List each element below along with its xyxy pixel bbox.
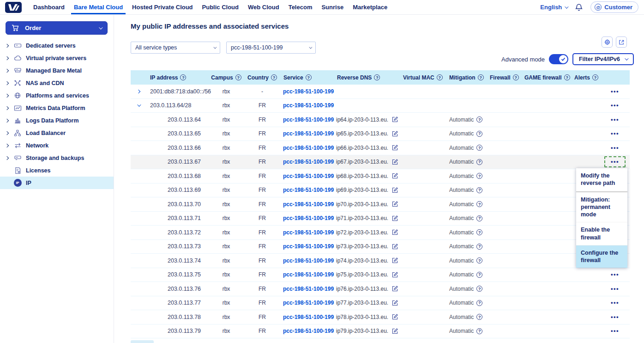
help-icon[interactable]: ?	[476, 286, 482, 292]
sidebar-item-licenses[interactable]: Licenses	[0, 164, 114, 177]
help-icon[interactable]: ?	[306, 74, 312, 80]
row-actions-button[interactable]: •••	[604, 128, 626, 139]
row-actions-button[interactable]: •••	[604, 269, 626, 280]
help-icon[interactable]: ?	[271, 74, 277, 80]
help-icon[interactable]: ?	[476, 215, 482, 221]
sidebar-item-load-balancer[interactable]: Load Balancer	[0, 127, 114, 139]
filter-ip-version-button[interactable]: Filter IPv4/IPv6	[572, 53, 634, 65]
edit-reverse-dns-icon[interactable]	[391, 271, 398, 278]
edit-reverse-dns-icon[interactable]	[391, 285, 398, 292]
service-link[interactable]: pcc-198-51-100-199	[283, 215, 334, 221]
menu-item-mitigation-permanent-mode[interactable]: Mitigation: permanent mode	[576, 192, 627, 223]
service-link[interactable]: pcc-198-51-100-199	[283, 145, 334, 151]
edit-reverse-dns-icon[interactable]	[391, 243, 398, 250]
help-icon[interactable]: ?	[476, 314, 482, 320]
nav-item-telecom[interactable]: Telecom	[289, 0, 313, 14]
service-link[interactable]: pcc-198-51-100-199	[283, 116, 334, 123]
edit-reverse-dns-icon[interactable]	[391, 159, 398, 165]
edit-reverse-dns-icon[interactable]	[391, 313, 398, 320]
service-link[interactable]: pcc-198-51-100-199	[283, 201, 334, 208]
chevron-right-icon[interactable]	[4, 69, 10, 72]
service-select[interactable]: pcc-198-51-100-199	[226, 42, 316, 54]
edit-reverse-dns-icon[interactable]	[391, 187, 398, 194]
advanced-mode-toggle[interactable]	[549, 54, 568, 64]
service-link[interactable]: pcc-198-51-100-199	[283, 314, 334, 320]
help-icon[interactable]: ?	[564, 74, 570, 80]
export-button[interactable]	[616, 37, 627, 48]
sidebar-item-network[interactable]: Network	[0, 139, 114, 152]
nav-item-dashboard[interactable]: Dashboard	[33, 0, 65, 14]
service-link[interactable]: pcc-198-51-100-199	[283, 88, 334, 95]
language-selector[interactable]: English	[540, 4, 567, 11]
account-menu-button[interactable]: @ Customer	[590, 1, 638, 13]
chevron-right-icon[interactable]	[4, 107, 10, 110]
chevron-right-icon[interactable]	[4, 44, 10, 47]
help-icon[interactable]: ?	[476, 201, 482, 207]
edit-reverse-dns-icon[interactable]	[391, 215, 398, 222]
service-link[interactable]: pcc-198-51-100-199	[283, 130, 334, 137]
row-actions-button[interactable]: •••	[604, 142, 626, 153]
nav-item-public-cloud[interactable]: Public Cloud	[202, 0, 239, 14]
nav-item-web-cloud[interactable]: Web Cloud	[248, 0, 279, 14]
chevron-right-icon[interactable]	[4, 119, 10, 122]
service-link[interactable]: pcc-198-51-100-199	[283, 159, 334, 165]
help-icon[interactable]: ?	[592, 74, 598, 80]
help-icon[interactable]: ?	[180, 74, 186, 80]
settings-button[interactable]	[602, 37, 613, 48]
help-icon[interactable]: ?	[374, 74, 380, 80]
service-type-select[interactable]: All service types	[131, 42, 220, 54]
service-link[interactable]: pcc-198-51-100-199	[283, 328, 334, 334]
service-link[interactable]: pcc-198-51-100-199	[283, 271, 334, 278]
edit-reverse-dns-icon[interactable]	[391, 229, 398, 236]
sidebar-item-ip[interactable]: IPIP	[0, 177, 114, 189]
help-icon[interactable]: ?	[235, 74, 241, 80]
edit-reverse-dns-icon[interactable]	[391, 130, 398, 137]
sidebar-item-dedicated-servers[interactable]: Dedicated servers	[0, 39, 114, 52]
sidebar-item-metrics-data-platform[interactable]: Metrics Data Platform	[0, 102, 114, 114]
help-icon[interactable]: ?	[476, 159, 482, 165]
sidebar-item-nas-and-cdn[interactable]: NAS and CDN	[0, 77, 114, 89]
sidebar-item-logs-data-platform[interactable]: Logs Data Platform	[0, 114, 114, 127]
menu-item-modify-the-reverse-path[interactable]: Modify the reverse path	[576, 168, 627, 191]
chevron-right-icon[interactable]	[4, 57, 10, 60]
notifications-bell-icon[interactable]	[575, 3, 583, 12]
row-actions-button[interactable]: •••	[604, 312, 626, 323]
nav-item-bare-metal-cloud[interactable]: Bare Metal Cloud	[74, 0, 123, 14]
row-actions-button[interactable]: •••	[604, 100, 626, 111]
order-button[interactable]: Order	[6, 21, 108, 35]
sidebar-item-managed-bare-metal[interactable]: Managed Bare Metal	[0, 64, 114, 77]
help-icon[interactable]: ?	[476, 116, 482, 122]
service-link[interactable]: pcc-198-51-100-199	[283, 286, 334, 292]
chevron-right-icon[interactable]	[4, 157, 10, 159]
row-actions-button[interactable]: •••	[604, 114, 626, 125]
help-icon[interactable]: ?	[476, 272, 482, 278]
help-icon[interactable]: ?	[476, 244, 482, 250]
help-icon[interactable]: ?	[476, 300, 482, 306]
row-actions-button[interactable]: •••	[604, 156, 626, 167]
chevron-right-icon[interactable]	[4, 144, 10, 147]
nav-item-sunrise[interactable]: Sunrise	[321, 0, 343, 14]
nav-item-hosted-private-cloud[interactable]: Hosted Private Cloud	[132, 0, 193, 14]
help-icon[interactable]: ?	[476, 257, 482, 263]
edit-reverse-dns-icon[interactable]	[391, 201, 398, 208]
edit-reverse-dns-icon[interactable]	[391, 257, 398, 264]
sidebar-item-platforms-and-services[interactable]: Platforms and services	[0, 89, 114, 102]
chevron-right-icon[interactable]	[4, 82, 10, 85]
help-icon[interactable]: ?	[437, 74, 443, 80]
help-icon[interactable]: ?	[476, 187, 482, 193]
help-icon[interactable]: ?	[478, 74, 484, 80]
menu-item-configure-the-firewall[interactable]: Configure the firewall	[576, 245, 627, 268]
help-icon[interactable]: ?	[476, 173, 482, 179]
service-link[interactable]: pcc-198-51-100-199	[283, 243, 334, 250]
row-expander[interactable]	[131, 90, 146, 93]
row-expander[interactable]	[131, 104, 146, 107]
edit-reverse-dns-icon[interactable]	[391, 116, 398, 123]
row-actions-button[interactable]: •••	[604, 297, 626, 308]
help-icon[interactable]: ?	[513, 74, 519, 80]
row-actions-button[interactable]: •••	[604, 86, 626, 97]
edit-reverse-dns-icon[interactable]	[391, 328, 398, 335]
sidebar-item-virtual-private-servers[interactable]: Virtual private servers	[0, 52, 114, 64]
help-icon[interactable]: ?	[476, 145, 482, 151]
edit-reverse-dns-icon[interactable]	[391, 144, 398, 151]
help-icon[interactable]: ?	[476, 328, 482, 334]
